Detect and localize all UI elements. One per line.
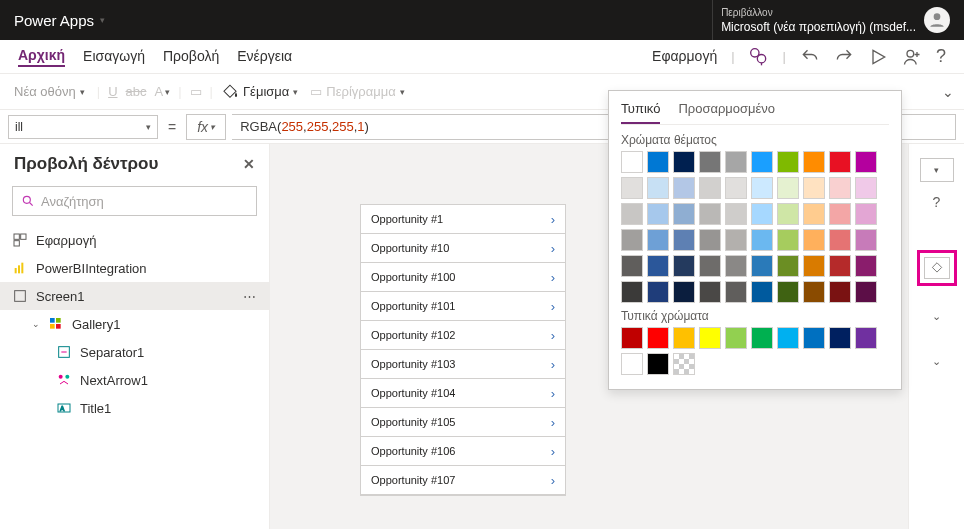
list-item[interactable]: Opportunity #10› [361, 234, 565, 263]
help-icon[interactable]: ? [933, 194, 941, 210]
color-swatch[interactable] [751, 327, 773, 349]
chevron-down-icon[interactable]: ⌄ [932, 310, 941, 323]
no-color-swatch[interactable] [673, 353, 695, 375]
color-swatch[interactable] [855, 151, 877, 173]
list-item[interactable]: Opportunity #100› [361, 263, 565, 292]
fx-button[interactable]: fx▾ [186, 114, 226, 140]
tree-item-powerbi[interactable]: PowerBIIntegration [0, 254, 269, 282]
color-swatch[interactable] [803, 281, 825, 303]
color-swatch[interactable] [621, 327, 643, 349]
help-icon[interactable]: ? [936, 46, 946, 67]
gallery-preview[interactable]: Opportunity #1› Opportunity #10› Opportu… [360, 204, 566, 496]
tab-typical[interactable]: Τυπικό [621, 97, 660, 124]
color-swatch[interactable] [725, 203, 747, 225]
color-swatch[interactable] [699, 327, 721, 349]
list-item[interactable]: Opportunity #107› [361, 466, 565, 495]
color-swatch[interactable] [673, 281, 695, 303]
close-icon[interactable]: ✕ [243, 156, 255, 172]
color-swatch[interactable] [725, 177, 747, 199]
color-swatch[interactable] [803, 327, 825, 349]
search-input[interactable]: Αναζήτηση [12, 186, 257, 216]
fill-button[interactable]: Γέμισμα ▾ [221, 83, 298, 101]
list-item[interactable]: Opportunity #105› [361, 408, 565, 437]
list-item[interactable]: Opportunity #101› [361, 292, 565, 321]
color-swatch[interactable] [751, 229, 773, 251]
color-swatch[interactable] [673, 327, 695, 349]
color-swatch[interactable] [829, 229, 851, 251]
color-swatch[interactable] [699, 255, 721, 277]
tab-view[interactable]: Προβολή [163, 48, 219, 66]
color-swatch[interactable] [647, 281, 669, 303]
tab-action[interactable]: Ενέργεια [237, 48, 292, 66]
color-swatch[interactable] [855, 255, 877, 277]
color-swatch[interactable] [621, 353, 643, 375]
color-swatch[interactable] [725, 327, 747, 349]
avatar[interactable] [924, 7, 950, 33]
color-swatch[interactable] [855, 281, 877, 303]
undo-icon[interactable] [800, 47, 820, 67]
color-swatch[interactable] [777, 229, 799, 251]
color-swatch[interactable] [699, 281, 721, 303]
color-swatch[interactable] [777, 151, 799, 173]
color-swatch[interactable] [673, 229, 695, 251]
color-swatch[interactable] [803, 177, 825, 199]
tab-home[interactable]: Αρχική [18, 47, 65, 67]
tree-item-nextarrow1[interactable]: NextArrow1 [0, 366, 269, 394]
color-swatch[interactable] [829, 177, 851, 199]
color-swatch[interactable] [725, 151, 747, 173]
app-title[interactable]: Power Apps ▾ [14, 12, 105, 29]
new-screen-button[interactable]: Νέα οθόνη ▾ [10, 82, 89, 101]
color-swatch[interactable] [803, 229, 825, 251]
color-swatch[interactable] [647, 353, 669, 375]
color-swatch[interactable] [647, 255, 669, 277]
color-swatch[interactable] [647, 203, 669, 225]
color-swatch[interactable] [855, 327, 877, 349]
fill-color-well[interactable] [917, 250, 957, 286]
color-swatch[interactable] [621, 203, 643, 225]
properties-dropdown[interactable]: ▾ [920, 158, 954, 182]
color-swatch[interactable] [699, 151, 721, 173]
tab-insert[interactable]: Εισαγωγή [83, 48, 145, 66]
color-swatch[interactable] [803, 255, 825, 277]
collapse-icon[interactable]: ⌄ [32, 319, 40, 329]
tree-item-app[interactable]: Εφαρμογή [0, 226, 269, 254]
tab-custom[interactable]: Προσαρμοσμένο [678, 97, 775, 124]
color-swatch[interactable] [647, 327, 669, 349]
tree-item-separator1[interactable]: Separator1 [0, 338, 269, 366]
color-swatch[interactable] [647, 151, 669, 173]
color-swatch[interactable] [621, 229, 643, 251]
app-settings-link[interactable]: Εφαρμογή [652, 48, 717, 66]
color-swatch[interactable] [699, 203, 721, 225]
color-swatch[interactable] [855, 229, 877, 251]
color-swatch[interactable] [621, 255, 643, 277]
color-swatch[interactable] [777, 177, 799, 199]
share-icon[interactable] [902, 47, 922, 67]
color-swatch[interactable] [621, 177, 643, 199]
color-swatch[interactable] [725, 229, 747, 251]
color-swatch[interactable] [647, 177, 669, 199]
color-swatch[interactable] [855, 203, 877, 225]
color-swatch[interactable] [621, 151, 643, 173]
color-swatch[interactable] [751, 203, 773, 225]
color-swatch[interactable] [673, 177, 695, 199]
app-checker-icon[interactable] [749, 47, 769, 67]
color-swatch[interactable] [751, 151, 773, 173]
redo-icon[interactable] [834, 47, 854, 67]
color-swatch[interactable] [829, 281, 851, 303]
list-item[interactable]: Opportunity #106› [361, 437, 565, 466]
color-swatch[interactable] [855, 177, 877, 199]
color-swatch[interactable] [673, 203, 695, 225]
play-icon[interactable] [868, 47, 888, 67]
tree-item-gallery1[interactable]: ⌄ Gallery1 [0, 310, 269, 338]
tree-item-screen1[interactable]: Screen1 ⋯ [0, 282, 269, 310]
color-swatch[interactable] [777, 327, 799, 349]
color-swatch[interactable] [699, 177, 721, 199]
more-icon[interactable]: ⋯ [243, 289, 257, 304]
color-swatch[interactable] [621, 281, 643, 303]
color-swatch[interactable] [829, 151, 851, 173]
color-swatch[interactable] [673, 255, 695, 277]
color-swatch[interactable] [647, 229, 669, 251]
color-swatch[interactable] [829, 203, 851, 225]
color-swatch[interactable] [699, 229, 721, 251]
list-item[interactable]: Opportunity #103› [361, 350, 565, 379]
